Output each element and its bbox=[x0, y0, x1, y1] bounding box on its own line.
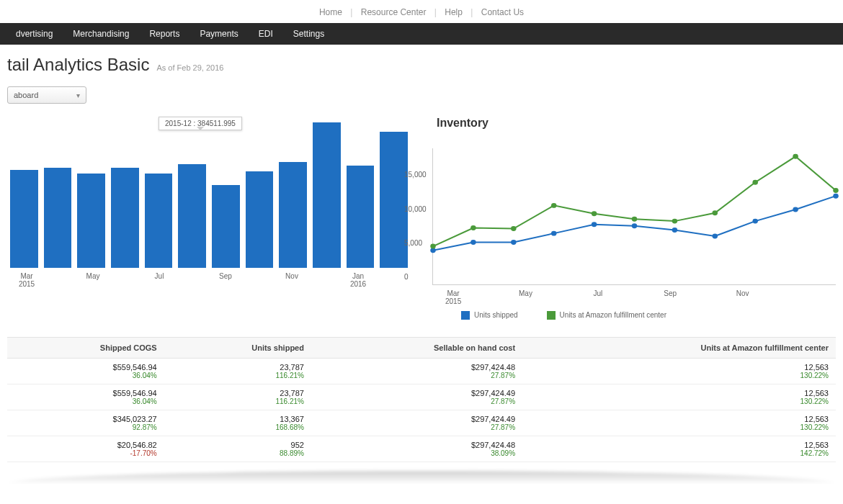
xaxis-label bbox=[375, 272, 408, 288]
xaxis-label bbox=[176, 272, 209, 288]
column-header[interactable]: Units shipped bbox=[164, 338, 311, 359]
data-point[interactable] bbox=[752, 180, 758, 185]
data-point[interactable] bbox=[713, 233, 718, 238]
menu-reports[interactable]: Reports bbox=[139, 29, 189, 39]
data-point[interactable] bbox=[793, 154, 798, 159]
data-point[interactable] bbox=[430, 244, 436, 249]
xaxis-label bbox=[43, 272, 76, 288]
legend-label: Units shipped bbox=[474, 311, 518, 319]
xaxis-label: Mar2015 bbox=[10, 272, 43, 288]
data-point[interactable] bbox=[833, 188, 839, 193]
yaxis-tick: 15,000 bbox=[404, 171, 427, 179]
menu-payments[interactable]: Payments bbox=[189, 29, 248, 39]
line-chart-legend: Units shipped Units at Amazon fulfillmen… bbox=[432, 305, 836, 320]
yaxis-tick: 0 bbox=[404, 273, 409, 281]
data-point[interactable] bbox=[632, 223, 638, 228]
xaxis-label bbox=[110, 272, 143, 288]
column-header[interactable]: Shipped COGS bbox=[7, 338, 164, 359]
data-point[interactable] bbox=[672, 219, 678, 224]
bar[interactable] bbox=[44, 168, 72, 268]
nav-home[interactable]: Home bbox=[315, 7, 347, 17]
charts-row: 2015-12 : 384511.995 Mar2015MayJulSepNov… bbox=[0, 117, 843, 327]
table-cell: 23,787116.21% bbox=[164, 384, 311, 410]
nav-contact[interactable]: Contact Us bbox=[477, 7, 528, 17]
data-point[interactable] bbox=[632, 217, 638, 222]
table-cell: $297,424.4927.87% bbox=[311, 410, 522, 436]
table-cell: $20,546.82-17.70% bbox=[7, 436, 164, 462]
xaxis-label: May bbox=[76, 272, 110, 288]
table-cell: $297,424.4827.87% bbox=[311, 359, 522, 384]
data-point[interactable] bbox=[713, 210, 718, 215]
bar[interactable] bbox=[313, 122, 341, 268]
legend-label: Units at Amazon fulfillment center bbox=[560, 311, 666, 319]
data-point[interactable] bbox=[793, 207, 798, 212]
page-title: tail Analytics Basic bbox=[7, 55, 149, 75]
table-cell: $345,023.2792.87% bbox=[7, 410, 164, 436]
table-row: $559,546.9436.04%23,787116.21%$297,424.4… bbox=[7, 384, 836, 410]
table-row: $20,546.82-17.70%95288.89%$297,424.4838.… bbox=[7, 436, 836, 462]
legend-swatch-blue bbox=[461, 311, 470, 320]
table-body: $559,546.9436.04%23,787116.21%$297,424.4… bbox=[7, 359, 836, 462]
data-point[interactable] bbox=[551, 203, 557, 208]
data-point[interactable] bbox=[592, 211, 597, 216]
xaxis-label bbox=[471, 289, 507, 305]
table-cell: 95288.89% bbox=[164, 436, 311, 462]
data-point[interactable] bbox=[752, 219, 758, 224]
nav-resource-center[interactable]: Resource Center bbox=[357, 7, 431, 17]
xaxis-label bbox=[544, 289, 580, 305]
menu-advertising[interactable]: dvertising bbox=[6, 29, 63, 39]
menu-merchandising[interactable]: Merchandising bbox=[63, 29, 139, 39]
drop-shadow bbox=[7, 471, 836, 484]
bar-chart-xaxis: Mar2015MayJulSepNovJan2016 bbox=[7, 272, 411, 288]
bar[interactable] bbox=[347, 166, 375, 268]
yaxis-tick: 10,000 bbox=[404, 204, 427, 212]
inventory-chart-title: Inventory bbox=[437, 117, 836, 130]
data-point[interactable] bbox=[833, 194, 839, 199]
table-cell: 23,787116.21% bbox=[164, 359, 311, 384]
table-cell: $559,546.9436.04% bbox=[7, 384, 164, 410]
legend-swatch-green bbox=[547, 311, 556, 320]
column-header[interactable]: Units at Amazon fulfillment center bbox=[522, 338, 836, 359]
bar[interactable] bbox=[77, 174, 105, 268]
data-point[interactable] bbox=[592, 222, 597, 227]
bar-chart-panel: 2015-12 : 384511.995 Mar2015MayJulSepNov… bbox=[7, 117, 411, 320]
bar[interactable] bbox=[212, 185, 240, 269]
xaxis-label bbox=[761, 289, 797, 305]
bar[interactable] bbox=[279, 162, 307, 268]
xaxis-label: Mar2015 bbox=[435, 289, 471, 305]
bar[interactable] bbox=[10, 170, 38, 269]
xaxis-label bbox=[308, 272, 342, 288]
bar[interactable] bbox=[178, 164, 206, 268]
xaxis-label bbox=[797, 289, 833, 305]
nav-help[interactable]: Help bbox=[440, 7, 467, 17]
bar[interactable] bbox=[111, 168, 139, 268]
bar-chart[interactable] bbox=[7, 117, 411, 268]
view-selector[interactable]: aboard ▾ bbox=[7, 86, 86, 104]
bar[interactable] bbox=[246, 171, 274, 268]
data-point[interactable] bbox=[470, 225, 476, 230]
xaxis-label bbox=[242, 272, 275, 288]
data-point[interactable] bbox=[551, 231, 557, 236]
column-header[interactable]: Sellable on hand cost bbox=[311, 338, 522, 359]
nav-separator: | bbox=[469, 7, 474, 17]
table-cell: 13,367168.68% bbox=[164, 410, 311, 436]
xaxis-label: Nov bbox=[725, 289, 761, 305]
data-point[interactable] bbox=[511, 226, 517, 231]
line-series bbox=[433, 156, 836, 246]
bar[interactable] bbox=[380, 132, 408, 268]
xaxis-label bbox=[616, 289, 652, 305]
menu-edi[interactable]: EDI bbox=[249, 29, 283, 39]
data-point[interactable] bbox=[672, 228, 678, 233]
xaxis-label: Jul bbox=[580, 289, 616, 305]
xaxis-label: Nov bbox=[275, 272, 308, 288]
xaxis-label: May bbox=[507, 289, 543, 305]
data-point[interactable] bbox=[511, 240, 517, 245]
view-selector-label: aboard bbox=[14, 91, 38, 99]
bar[interactable] bbox=[145, 174, 173, 268]
data-point[interactable] bbox=[470, 240, 476, 245]
bar-chart-area: 2015-12 : 384511.995 Mar2015MayJulSepNov… bbox=[7, 117, 411, 289]
chevron-down-icon: ▾ bbox=[76, 91, 80, 99]
menu-settings[interactable]: Settings bbox=[283, 29, 334, 39]
table-cell: 12,563130.22% bbox=[522, 359, 836, 384]
line-chart[interactable]: 05,00010,00015,000 bbox=[432, 148, 836, 285]
